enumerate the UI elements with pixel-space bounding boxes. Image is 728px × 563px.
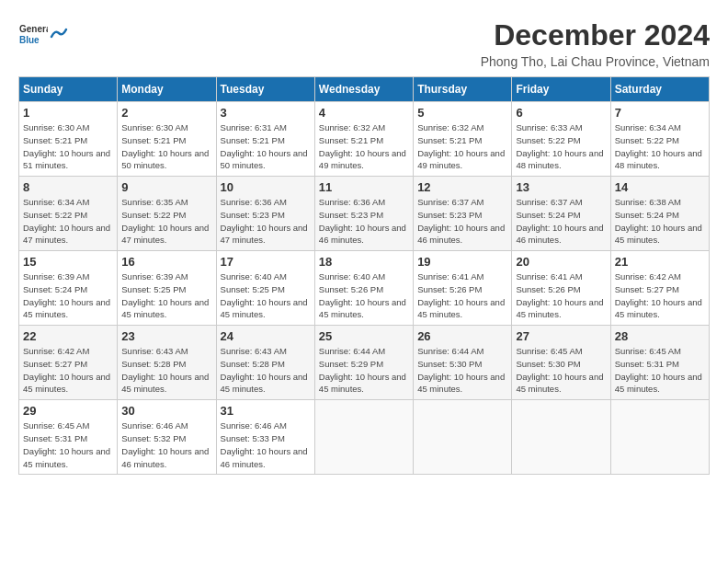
- table-row: 13Sunrise: 6:37 AM Sunset: 5:24 PM Dayli…: [512, 177, 610, 251]
- day-info: Sunrise: 6:32 AM Sunset: 5:21 PM Dayligh…: [417, 121, 507, 172]
- day-info: Sunrise: 6:36 AM Sunset: 5:23 PM Dayligh…: [319, 196, 409, 247]
- day-info: Sunrise: 6:37 AM Sunset: 5:23 PM Dayligh…: [417, 196, 507, 247]
- day-info: Sunrise: 6:45 AM Sunset: 5:31 PM Dayligh…: [615, 345, 705, 396]
- day-number: 27: [516, 329, 606, 343]
- table-row: 27Sunrise: 6:45 AM Sunset: 5:30 PM Dayli…: [512, 326, 610, 400]
- day-number: 8: [23, 180, 113, 194]
- day-number: 21: [615, 255, 705, 269]
- calendar-week-row: 1Sunrise: 6:30 AM Sunset: 5:21 PM Daylig…: [19, 102, 710, 177]
- calendar-week-row: 15Sunrise: 6:39 AM Sunset: 5:24 PM Dayli…: [19, 251, 710, 326]
- day-number: 15: [23, 255, 113, 269]
- day-info: Sunrise: 6:43 AM Sunset: 5:28 PM Dayligh…: [221, 345, 311, 396]
- calendar-week-row: 8Sunrise: 6:34 AM Sunset: 5:22 PM Daylig…: [19, 177, 710, 251]
- day-info: Sunrise: 6:42 AM Sunset: 5:27 PM Dayligh…: [615, 270, 705, 321]
- logo-bird-icon: General Blue: [18, 18, 48, 48]
- day-info: Sunrise: 6:30 AM Sunset: 5:21 PM Dayligh…: [23, 121, 113, 172]
- table-row: 25Sunrise: 6:44 AM Sunset: 5:29 PM Dayli…: [314, 326, 413, 400]
- day-info: Sunrise: 6:34 AM Sunset: 5:22 PM Dayligh…: [23, 196, 113, 247]
- col-monday: Monday: [118, 77, 216, 102]
- day-info: Sunrise: 6:31 AM Sunset: 5:21 PM Dayligh…: [221, 121, 311, 172]
- table-row: 8Sunrise: 6:34 AM Sunset: 5:22 PM Daylig…: [19, 177, 118, 251]
- day-number: 19: [417, 255, 507, 269]
- table-row: [414, 400, 512, 475]
- day-number: 3: [221, 106, 311, 120]
- table-row: 24Sunrise: 6:43 AM Sunset: 5:28 PM Dayli…: [216, 326, 314, 400]
- day-info: Sunrise: 6:39 AM Sunset: 5:25 PM Dayligh…: [121, 270, 211, 321]
- table-row: 18Sunrise: 6:40 AM Sunset: 5:26 PM Dayli…: [314, 251, 413, 326]
- svg-text:General: General: [19, 24, 48, 34]
- table-row: 9Sunrise: 6:35 AM Sunset: 5:22 PM Daylig…: [118, 177, 216, 251]
- logo-wave-icon: [50, 24, 68, 42]
- day-info: Sunrise: 6:33 AM Sunset: 5:22 PM Dayligh…: [516, 121, 606, 172]
- day-number: 16: [121, 255, 211, 269]
- day-info: Sunrise: 6:43 AM Sunset: 5:28 PM Dayligh…: [121, 345, 211, 396]
- col-thursday: Thursday: [414, 77, 512, 102]
- table-row: 10Sunrise: 6:36 AM Sunset: 5:23 PM Dayli…: [216, 177, 314, 251]
- day-number: 5: [417, 106, 507, 120]
- day-number: 25: [319, 329, 409, 343]
- calendar-week-row: 29Sunrise: 6:45 AM Sunset: 5:31 PM Dayli…: [19, 400, 710, 475]
- day-number: 30: [121, 404, 211, 418]
- table-row: 11Sunrise: 6:36 AM Sunset: 5:23 PM Dayli…: [314, 177, 413, 251]
- page-title: December 2024: [481, 18, 710, 52]
- calendar-header-row: Sunday Monday Tuesday Wednesday Thursday…: [19, 77, 710, 102]
- col-saturday: Saturday: [610, 77, 709, 102]
- table-row: [512, 400, 610, 475]
- day-number: 12: [417, 180, 507, 194]
- page-subtitle: Phong Tho, Lai Chau Province, Vietnam: [481, 54, 710, 69]
- day-number: 18: [319, 255, 409, 269]
- day-number: 10: [221, 180, 311, 194]
- table-row: 5Sunrise: 6:32 AM Sunset: 5:21 PM Daylig…: [414, 102, 512, 177]
- day-info: Sunrise: 6:36 AM Sunset: 5:23 PM Dayligh…: [221, 196, 311, 247]
- day-info: Sunrise: 6:42 AM Sunset: 5:27 PM Dayligh…: [23, 345, 113, 396]
- day-number: 2: [121, 106, 211, 120]
- table-row: 4Sunrise: 6:32 AM Sunset: 5:21 PM Daylig…: [314, 102, 413, 177]
- table-row: 20Sunrise: 6:41 AM Sunset: 5:26 PM Dayli…: [512, 251, 610, 326]
- day-number: 6: [516, 106, 606, 120]
- table-row: 2Sunrise: 6:30 AM Sunset: 5:21 PM Daylig…: [118, 102, 216, 177]
- table-row: 22Sunrise: 6:42 AM Sunset: 5:27 PM Dayli…: [19, 326, 118, 400]
- table-row: 21Sunrise: 6:42 AM Sunset: 5:27 PM Dayli…: [610, 251, 709, 326]
- day-number: 17: [221, 255, 311, 269]
- logo: General Blue: [18, 18, 68, 48]
- svg-text:Blue: Blue: [19, 35, 40, 45]
- day-number: 24: [221, 329, 311, 343]
- day-info: Sunrise: 6:35 AM Sunset: 5:22 PM Dayligh…: [121, 196, 211, 247]
- table-row: [610, 400, 709, 475]
- day-info: Sunrise: 6:45 AM Sunset: 5:31 PM Dayligh…: [23, 419, 113, 470]
- day-number: 26: [417, 329, 507, 343]
- day-info: Sunrise: 6:45 AM Sunset: 5:30 PM Dayligh…: [516, 345, 606, 396]
- day-info: Sunrise: 6:39 AM Sunset: 5:24 PM Dayligh…: [23, 270, 113, 321]
- day-info: Sunrise: 6:38 AM Sunset: 5:24 PM Dayligh…: [615, 196, 705, 247]
- table-row: 16Sunrise: 6:39 AM Sunset: 5:25 PM Dayli…: [118, 251, 216, 326]
- calendar-week-row: 22Sunrise: 6:42 AM Sunset: 5:27 PM Dayli…: [19, 326, 710, 400]
- day-info: Sunrise: 6:44 AM Sunset: 5:30 PM Dayligh…: [417, 345, 507, 396]
- day-info: Sunrise: 6:32 AM Sunset: 5:21 PM Dayligh…: [319, 121, 409, 172]
- day-info: Sunrise: 6:40 AM Sunset: 5:26 PM Dayligh…: [319, 270, 409, 321]
- day-info: Sunrise: 6:46 AM Sunset: 5:33 PM Dayligh…: [221, 419, 311, 470]
- table-row: 6Sunrise: 6:33 AM Sunset: 5:22 PM Daylig…: [512, 102, 610, 177]
- col-sunday: Sunday: [19, 77, 118, 102]
- day-info: Sunrise: 6:46 AM Sunset: 5:32 PM Dayligh…: [121, 419, 211, 470]
- day-number: 4: [319, 106, 409, 120]
- day-info: Sunrise: 6:41 AM Sunset: 5:26 PM Dayligh…: [417, 270, 507, 321]
- day-number: 22: [23, 329, 113, 343]
- day-number: 11: [319, 180, 409, 194]
- day-info: Sunrise: 6:40 AM Sunset: 5:25 PM Dayligh…: [221, 270, 311, 321]
- day-number: 31: [221, 404, 311, 418]
- col-friday: Friday: [512, 77, 610, 102]
- table-row: 1Sunrise: 6:30 AM Sunset: 5:21 PM Daylig…: [19, 102, 118, 177]
- col-tuesday: Tuesday: [216, 77, 314, 102]
- table-row: 17Sunrise: 6:40 AM Sunset: 5:25 PM Dayli…: [216, 251, 314, 326]
- day-info: Sunrise: 6:41 AM Sunset: 5:26 PM Dayligh…: [516, 270, 606, 321]
- table-row: 12Sunrise: 6:37 AM Sunset: 5:23 PM Dayli…: [414, 177, 512, 251]
- calendar-table: Sunday Monday Tuesday Wednesday Thursday…: [18, 76, 710, 475]
- table-row: 3Sunrise: 6:31 AM Sunset: 5:21 PM Daylig…: [216, 102, 314, 177]
- day-info: Sunrise: 6:37 AM Sunset: 5:24 PM Dayligh…: [516, 196, 606, 247]
- day-number: 20: [516, 255, 606, 269]
- table-row: 31Sunrise: 6:46 AM Sunset: 5:33 PM Dayli…: [216, 400, 314, 475]
- table-row: 23Sunrise: 6:43 AM Sunset: 5:28 PM Dayli…: [118, 326, 216, 400]
- day-number: 28: [615, 329, 705, 343]
- day-number: 23: [121, 329, 211, 343]
- table-row: [314, 400, 413, 475]
